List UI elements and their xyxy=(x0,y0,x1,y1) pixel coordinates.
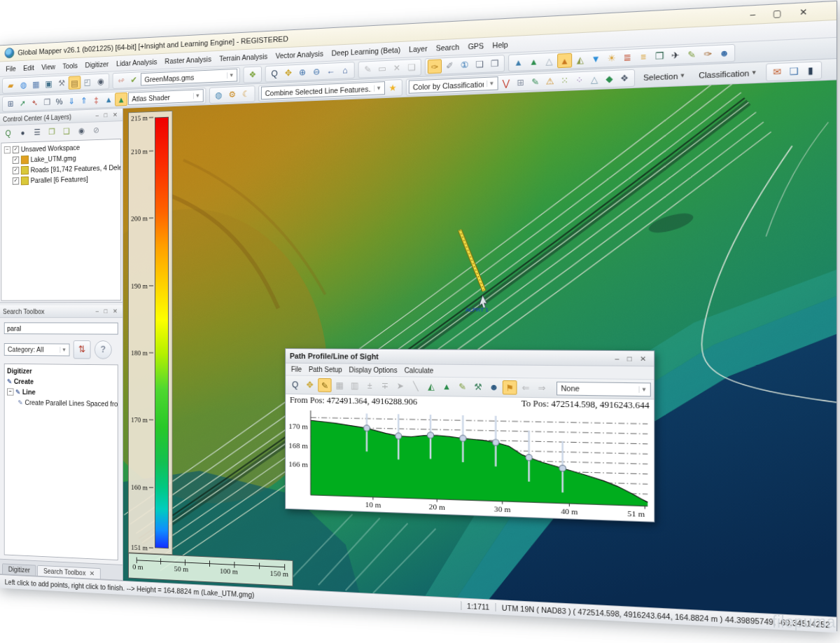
layer-checkbox[interactable]: ✓ xyxy=(13,167,19,174)
favorites-icon[interactable]: ❖ xyxy=(246,67,259,81)
view-shed-icon[interactable]: ▲ xyxy=(511,55,526,69)
shader-combobox[interactable]: Atlas Shader ▼ xyxy=(128,89,204,105)
search-results-tree[interactable]: Digitizer✎Create−✎Line✎Create Parallel L… xyxy=(4,364,118,560)
menu-path-setup[interactable]: Path Setup xyxy=(305,365,346,374)
night-mode-icon[interactable]: ☾ xyxy=(239,87,253,101)
style-brush-icon[interactable]: ✑ xyxy=(428,59,442,74)
tools-icon[interactable]: ⚒ xyxy=(55,76,68,90)
profile-overlay-combobox[interactable]: None ▼ xyxy=(556,381,651,396)
pin-icon[interactable]: ➴ xyxy=(29,96,41,109)
menu-search[interactable]: Search xyxy=(432,41,464,54)
menu-terrain-analysis[interactable]: Terrain Analysis xyxy=(216,50,272,64)
search-3d-icon[interactable]: ❑ xyxy=(785,63,802,78)
path-profile-window-controls[interactable]: – □ ✕ xyxy=(615,354,649,363)
open-online-icon[interactable]: ◍ xyxy=(18,78,29,91)
dock-tab-search-toolbox[interactable]: Search Toolbox✕ xyxy=(37,565,101,579)
profile-terrain-tools-icon[interactable]: ⚒ xyxy=(471,380,485,394)
menu-calculate[interactable]: Calculate xyxy=(400,366,437,375)
map-book-icon[interactable]: ❒ xyxy=(652,48,667,64)
zoom-previous-icon[interactable]: ← xyxy=(324,64,337,78)
doc-options-icon[interactable]: ❐ xyxy=(487,56,502,71)
edit-style-icon[interactable]: ✐ xyxy=(442,58,456,73)
dock-tab-digitizer[interactable]: Digitizer xyxy=(2,563,36,575)
category-select[interactable]: Category: All ▼ xyxy=(4,343,70,356)
measure-cursor-icon[interactable]: ➚ xyxy=(17,96,29,109)
filter-lidar-icon[interactable]: ⋁ xyxy=(499,76,514,90)
profile-pan-icon[interactable]: ✥ xyxy=(303,378,316,392)
menu-view[interactable]: View xyxy=(38,61,59,72)
layer-checkbox[interactable]: ✓ xyxy=(13,146,19,153)
vertex-marker[interactable] xyxy=(396,433,402,439)
filter-button[interactable]: ⇅ xyxy=(74,340,91,359)
web-layers-icon[interactable]: ◍ xyxy=(212,88,225,102)
new-map-window-icon[interactable]: ◰ xyxy=(81,75,94,89)
layer-copy-icon[interactable]: ❐ xyxy=(45,125,58,138)
menu-deep-learning-beta-[interactable]: Deep Learning (Beta) xyxy=(328,44,405,59)
attributes-table-icon[interactable]: ☰ xyxy=(31,125,44,139)
lidar-temp-icon[interactable]: ‡ xyxy=(90,93,103,107)
search-attributes-icon[interactable]: ❏ xyxy=(472,57,486,71)
menu-lidar-analysis[interactable]: Lidar Analysis xyxy=(113,56,161,69)
open-data-icon[interactable]: ▰ xyxy=(5,78,17,92)
map-view[interactable]: ALPRT 1 215 m210 m200 m190 m180 m170 m16… xyxy=(123,80,836,616)
layer-diamond-icon[interactable]: ◆ xyxy=(602,71,617,86)
menu-gps[interactable]: GPS xyxy=(463,40,488,53)
hide-layer-icon[interactable]: ⊘ xyxy=(90,123,104,137)
terrain-paint-icon[interactable]: ✎ xyxy=(684,47,699,62)
terrain-active-icon[interactable]: ▲ xyxy=(557,53,572,68)
lidar-up-icon[interactable]: ⇑ xyxy=(78,94,90,108)
menu-tools[interactable]: Tools xyxy=(59,60,81,72)
vertex-marker[interactable] xyxy=(526,455,532,461)
panel-window-controls[interactable]: – □ ✕ xyxy=(96,308,120,315)
profile-terrain-icon[interactable]: ▲ xyxy=(440,380,454,394)
digitizer-action-combobox[interactable]: Combine Selected Line Features... ▼ xyxy=(261,81,385,99)
flight-path-icon[interactable]: ✈ xyxy=(668,48,683,63)
layer-tree[interactable]: −✓Unsaved Workspace✓Lake_UTM.gmg✓Roads [… xyxy=(1,139,121,301)
classification-dropdown[interactable]: Classification ▼ xyxy=(694,68,762,80)
watershed-drop-icon[interactable]: ▼ xyxy=(589,51,603,67)
menu-vector-analysis[interactable]: Vector Analysis xyxy=(272,48,328,62)
vertex-marker[interactable] xyxy=(460,435,466,441)
restore-button[interactable]: ▢ xyxy=(773,8,782,19)
menu-raster-analysis[interactable]: Raster Analysis xyxy=(161,53,216,67)
profile-terrain-edit-icon[interactable]: ✎ xyxy=(455,380,469,394)
edit-vector-icon[interactable]: ✎ xyxy=(528,74,542,89)
search-result-item[interactable]: ✎Create Parallel Lines Spaced from Selec… xyxy=(5,396,118,409)
full-view-icon[interactable]: ⌂ xyxy=(338,63,352,78)
rail-profile-icon[interactable]: ≣ xyxy=(620,50,635,65)
open-layer-icon[interactable]: Q xyxy=(1,127,15,140)
atlas-shader-icon[interactable]: ▲ xyxy=(115,92,127,106)
mountains-pair-icon[interactable]: △ xyxy=(587,71,601,87)
map-export-icon[interactable]: ✉ xyxy=(769,64,785,79)
menu-file[interactable]: File xyxy=(288,365,305,374)
layer-checkbox[interactable]: ✓ xyxy=(13,177,19,185)
crew-icon[interactable]: ☻ xyxy=(716,46,732,61)
zoom-out-icon[interactable]: ⊖ xyxy=(310,64,323,79)
module-icon[interactable]: ❖ xyxy=(617,70,632,85)
apply-check-icon[interactable]: ✔ xyxy=(127,73,140,87)
menu-edit[interactable]: Edit xyxy=(20,62,38,74)
pan-tool-icon[interactable]: ✥ xyxy=(281,66,295,81)
menu-layer[interactable]: Layer xyxy=(405,43,431,55)
settings-gear-icon[interactable]: ⚙ xyxy=(225,88,239,102)
zoom-in-icon[interactable]: ⊕ xyxy=(295,65,309,80)
elevation-profile-chart[interactable]: 170 m168 m166 m10 m20 m30 m40 m51 m xyxy=(286,408,654,522)
zoom-to-layer-icon[interactable]: ❑ xyxy=(59,125,73,139)
percent-icon[interactable]: % xyxy=(53,95,66,109)
terrain-brush-icon[interactable]: ✑ xyxy=(700,46,715,62)
terrain-faded-icon[interactable]: △ xyxy=(542,53,556,69)
save-workspace-icon[interactable]: ▦ xyxy=(30,77,42,91)
color-mode-combobox[interactable]: Color by Classification ▼ xyxy=(409,76,498,94)
show-layer-icon[interactable]: ◉ xyxy=(75,124,88,138)
vertex-marker[interactable] xyxy=(559,465,566,471)
minimize-button[interactable]: – xyxy=(750,9,755,20)
layer-checkbox[interactable]: ✓ xyxy=(13,156,19,164)
path-profile-window[interactable]: Path Profile/Line of Sight – □ ✕ FilePat… xyxy=(285,348,654,523)
grid-snap-icon[interactable]: ⊞ xyxy=(513,75,528,90)
undo-icon[interactable]: ↫ xyxy=(115,74,127,88)
vertex-marker[interactable] xyxy=(493,439,499,445)
profile-cutline-icon[interactable]: ⚑ xyxy=(503,380,517,395)
map-layout-icon[interactable]: ⊞ xyxy=(5,97,17,110)
screen-capture-icon[interactable]: ◉ xyxy=(94,74,107,88)
close-button[interactable]: ✕ xyxy=(799,6,808,18)
